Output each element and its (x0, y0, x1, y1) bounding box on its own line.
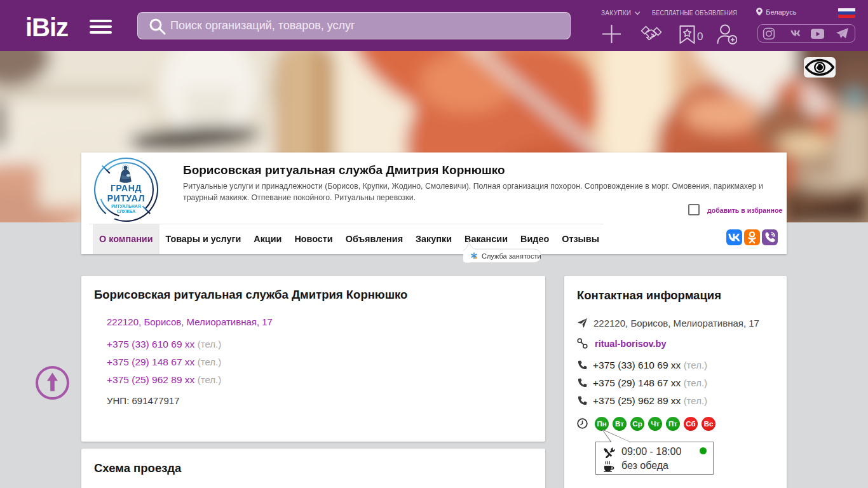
svg-text:ГРАНД: ГРАНД (111, 183, 142, 193)
svg-text:Служба занятости: Служба занятости (482, 252, 541, 260)
svg-text:СЛУЖБА: СЛУЖБА (117, 209, 136, 214)
svg-text:РИТУАЛЬНАЯ: РИТУАЛЬНАЯ (111, 204, 141, 208)
svg-text:РИТУАЛ: РИТУАЛ (107, 193, 145, 203)
